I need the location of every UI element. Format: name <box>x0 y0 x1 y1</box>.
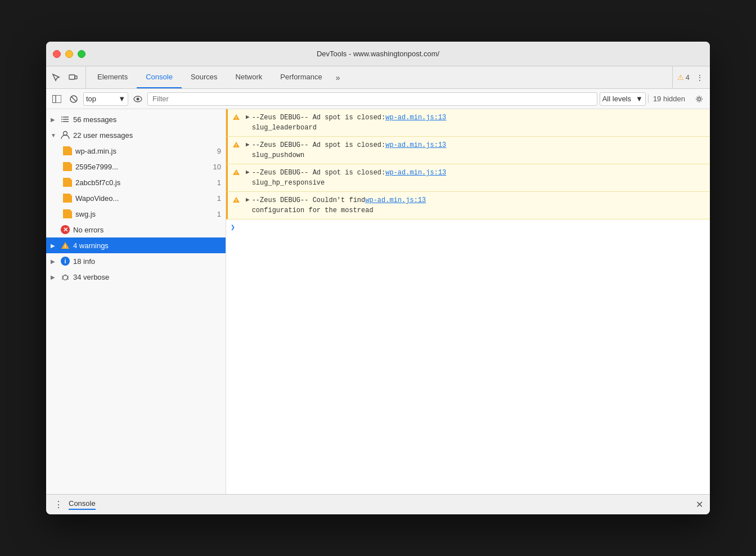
bug-icon <box>61 272 70 281</box>
entry-link-1[interactable]: wp-ad.min.js:13 <box>385 113 446 123</box>
error-icon: ✕ <box>61 225 70 234</box>
nav-tabs: Elements Console Sources Network Perform… <box>88 66 672 88</box>
warning-icon-2: ! <box>232 141 240 151</box>
close-button[interactable] <box>53 50 61 58</box>
list-icon <box>61 115 70 124</box>
entry-expand-3[interactable]: ▶ <box>246 168 250 177</box>
2abcb-count: 1 <box>217 178 221 187</box>
tab-sources[interactable]: Sources <box>182 66 227 88</box>
sidebar-item-messages[interactable]: ▶ 56 messages <box>46 111 226 127</box>
console-settings-button[interactable] <box>692 92 706 106</box>
svg-text:!: ! <box>235 171 238 176</box>
entry-text-4: --Zeus DEBUG-- Couldn't find wp-ad.min.j… <box>252 195 426 216</box>
top-toolbar: Elements Console Sources Network Perform… <box>46 66 710 89</box>
entry-link-3[interactable]: wp-ad.min.js:13 <box>385 168 446 178</box>
entry-text-1: --Zeus DEBUG-- Ad spot is closed: wp-ad.… <box>252 113 447 133</box>
prompt-arrow-icon: ❯ <box>231 223 235 232</box>
entry-expand-4[interactable]: ▶ <box>246 195 250 205</box>
console-entry-1: ! ▶ --Zeus DEBUG-- Ad spot is closed: wp… <box>226 109 710 137</box>
warning-icon-1: ! <box>232 114 240 124</box>
message-sidebar: ▶ 56 messages ▼ <box>46 109 226 494</box>
toolbar-left <box>48 66 86 88</box>
warning-icon-4: ! <box>232 196 240 207</box>
tab-performance[interactable]: Performance <box>271 66 331 88</box>
warnings-label: 4 warnings <box>73 241 221 250</box>
tab-network[interactable]: Network <box>227 66 272 88</box>
messages-label: 56 messages <box>73 115 221 124</box>
svg-text:!: ! <box>235 143 238 148</box>
bottom-close-button[interactable]: ✕ <box>696 499 703 510</box>
hidden-messages-count: 19 hidden <box>648 95 690 103</box>
bottom-tab-console[interactable]: Console <box>69 499 96 510</box>
warning-triangle-icon: ! <box>61 241 70 250</box>
entry-link-4[interactable]: wp-ad.min.js:13 <box>365 195 426 205</box>
svg-line-24 <box>68 279 69 280</box>
entry-line-2: ▶ --Zeus DEBUG-- Ad spot is closed: wp-a… <box>246 140 705 160</box>
bottom-menu-button[interactable]: ⋮ <box>53 499 64 510</box>
warning-count-badge[interactable]: ⚠ 4 <box>677 73 690 82</box>
console-output[interactable]: ! ▶ --Zeus DEBUG-- Ad spot is closed: wp… <box>226 109 710 494</box>
entry-line-4: ▶ --Zeus DEBUG-- Couldn't find wp-ad.min… <box>246 195 705 216</box>
sidebar-item-warnings[interactable]: ▶ ! 4 warnings <box>46 237 226 253</box>
toolbar-right: ⚠ 4 ⋮ <box>672 66 708 88</box>
svg-rect-0 <box>69 75 75 79</box>
sidebar-toggle-button[interactable] <box>50 92 64 106</box>
devtools-menu-button[interactable]: ⋮ <box>692 70 708 86</box>
sidebar-item-wp-ad[interactable]: wp-ad.min.js 9 <box>46 143 226 159</box>
tab-elements[interactable]: Elements <box>88 66 137 88</box>
file-icon-swg <box>63 209 72 218</box>
expand-arrow-messages: ▶ <box>51 116 57 123</box>
eye-toggle-button[interactable] <box>130 92 145 106</box>
svg-line-20 <box>68 276 69 277</box>
svg-rect-1 <box>75 76 77 79</box>
verbose-label: 34 verbose <box>73 273 221 281</box>
info-label: 18 info <box>73 257 221 266</box>
sidebar-item-info[interactable]: ▶ i 18 info <box>46 253 226 269</box>
console-entry-2: ! ▶ --Zeus DEBUG-- Ad spot is closed: wp… <box>226 137 710 164</box>
sidebar-item-swg[interactable]: swg.js 1 <box>46 206 226 222</box>
entry-expand-1[interactable]: ▶ <box>246 113 250 122</box>
maximize-button[interactable] <box>78 50 86 58</box>
svg-line-19 <box>62 276 63 277</box>
tab-console[interactable]: Console <box>137 66 182 88</box>
svg-point-14 <box>61 121 62 122</box>
sidebar-item-verbose[interactable]: ▶ 34 verbose <box>46 269 226 285</box>
levels-dropdown[interactable]: All levels ▼ <box>600 92 646 106</box>
devtools-window: DevTools - www.washingtonpost.com/ Eleme… <box>46 42 710 514</box>
warning-icon: ⚠ <box>677 73 684 82</box>
sidebar-item-user-messages[interactable]: ▼ 22 user messages <box>46 127 226 143</box>
wp-ad-count: 9 <box>217 147 221 155</box>
entry-line-1: ▶ --Zeus DEBUG-- Ad spot is closed: wp-a… <box>246 113 705 133</box>
titlebar: DevTools - www.washingtonpost.com/ <box>46 42 710 66</box>
filter-input[interactable] <box>147 92 597 106</box>
minimize-button[interactable] <box>65 50 73 58</box>
bottom-bar: ⋮ Console ✕ <box>46 494 710 514</box>
warning-icon-3: ! <box>232 169 240 179</box>
sidebar-item-2595e[interactable]: 2595e7999... 10 <box>46 159 226 174</box>
sidebar-item-no-errors[interactable]: ▶ ✕ No errors <box>46 222 226 237</box>
svg-text:!: ! <box>65 244 66 249</box>
clear-console-button[interactable] <box>66 92 81 106</box>
device-toggle-button[interactable] <box>65 70 81 86</box>
entry-link-2[interactable]: wp-ad.min.js:13 <box>385 140 446 150</box>
inspect-element-button[interactable] <box>48 70 64 86</box>
svg-line-5 <box>71 97 76 101</box>
console-prompt[interactable]: ❯ <box>226 219 710 235</box>
more-tabs-button[interactable]: » <box>331 66 345 88</box>
file-icon-2abcb <box>63 178 72 187</box>
svg-text:!: ! <box>235 115 238 120</box>
wp-ad-label: wp-ad.min.js <box>75 147 214 155</box>
svg-rect-3 <box>52 95 61 103</box>
entry-expand-2[interactable]: ▶ <box>246 140 250 150</box>
sidebar-item-2abcb[interactable]: 2abcb5f7c0.js 1 <box>46 174 226 190</box>
file-icon-2595e <box>63 162 72 171</box>
traffic-lights <box>53 50 86 58</box>
entry-line-3: ▶ --Zeus DEBUG-- Ad spot is closed: wp-a… <box>246 168 705 188</box>
context-selector[interactable]: top ▼ <box>83 92 128 106</box>
sidebar-item-wapo[interactable]: WapoVideo... 1 <box>46 190 226 206</box>
user-icon <box>61 131 70 140</box>
console-entry-4: ! ▶ --Zeus DEBUG-- Couldn't find wp-ad.m… <box>226 192 710 219</box>
swg-label: swg.js <box>75 210 214 218</box>
2595e-count: 10 <box>213 163 221 171</box>
2595e-label: 2595e7999... <box>75 163 210 171</box>
